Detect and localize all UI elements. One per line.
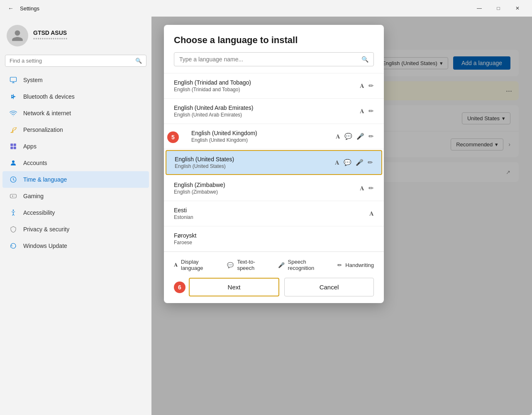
svg-rect-2 <box>14 143 16 146</box>
handwriting-legend-icon: ✏ <box>337 262 342 268</box>
main-content: & region Windows display language Englis… <box>151 17 532 415</box>
sidebar-item-network[interactable]: Network & internet <box>2 105 149 121</box>
sidebar-label-update: Windows Update <box>23 243 67 249</box>
maximize-button[interactable]: □ <box>489 2 508 15</box>
lang-icons: 𝐀 ✏ <box>360 184 374 192</box>
cancel-button[interactable]: Cancel <box>284 278 374 296</box>
lang-item-eesti[interactable]: Eesti Estonian 𝐀 <box>164 201 384 226</box>
svg-rect-0 <box>10 77 17 82</box>
lang-item-eng-ae[interactable]: English (United Arab Emirates) English (… <box>164 99 384 124</box>
dialog-footer: 𝐀 Display language 💬 Text-to-speech 🎤 Sp… <box>164 252 384 303</box>
lang-item-faroese[interactable]: Føroyskt Faroese <box>164 226 384 252</box>
network-icon <box>9 109 17 117</box>
display-legend-icon: 𝐀 <box>174 262 178 268</box>
lang-primary: Eesti <box>174 207 365 214</box>
lang-item-eng-us[interactable]: English (United States) English (United … <box>166 150 382 175</box>
sidebar-item-accounts[interactable]: Accounts <box>2 155 149 171</box>
handwriting-icon: ✏ <box>368 82 374 90</box>
lang-primary: English (Zimbabwe) <box>174 182 356 188</box>
lang-icons: 𝐀 ✏ <box>360 82 374 90</box>
lang-icons: 𝐀 ✏ <box>360 107 374 115</box>
close-button[interactable]: ✕ <box>508 2 527 15</box>
sidebar-label-bluetooth: Bluetooth & devices <box>23 93 75 100</box>
apps-icon <box>9 142 17 150</box>
window-controls: — □ ✕ <box>470 2 527 15</box>
lang-secondary: English (Trinidad and Tobago) <box>174 87 356 92</box>
update-icon <box>9 242 17 250</box>
lang-secondary: English (United Kingdom) <box>191 137 332 143</box>
sidebar-item-time[interactable]: Time & language <box>2 171 149 188</box>
sidebar-item-update[interactable]: Windows Update <box>2 238 149 254</box>
lang-secondary: English (United States) <box>175 163 331 169</box>
bluetooth-icon <box>9 92 17 101</box>
handwriting-icon: ✏ <box>368 133 374 140</box>
dialog-overlay: Choose a language to install 🔍 English (… <box>151 17 532 415</box>
svg-point-5 <box>12 160 15 163</box>
time-icon <box>9 175 17 184</box>
lang-item-eng-gb[interactable]: English (United Kingdom) English (United… <box>181 124 384 149</box>
sidebar-label-gaming: Gaming <box>23 193 44 199</box>
gaming-icon <box>9 192 17 200</box>
search-input[interactable] <box>10 58 132 64</box>
speech-icon: 💬 <box>344 159 351 166</box>
lang-primary: English (United States) <box>175 156 331 163</box>
handwriting-icon: ✏ <box>368 184 374 192</box>
sidebar-item-accessibility[interactable]: Accessibility <box>2 204 149 221</box>
back-button[interactable]: ← <box>5 2 17 14</box>
footer-legend: 𝐀 Display language 💬 Text-to-speech 🎤 Sp… <box>174 259 374 271</box>
tts-legend-icon: 💬 <box>227 262 234 268</box>
lang-secondary: English (Zimbabwe) <box>174 189 356 195</box>
sidebar-item-privacy[interactable]: Privacy & security <box>2 221 149 238</box>
lang-primary: English (United Arab Emirates) <box>174 104 356 111</box>
handwriting-legend-label: Handwriting <box>345 262 374 268</box>
dialog-header: Choose a language to install 🔍 <box>164 25 384 73</box>
lang-icons: 𝐀 <box>369 210 374 217</box>
tts-legend-label: Text-to-speech <box>237 259 264 271</box>
system-icon <box>9 76 17 84</box>
sidebar-item-gaming[interactable]: Gaming <box>2 188 149 204</box>
sidebar-item-system[interactable]: System <box>2 72 149 88</box>
lang-primary: English (Trinidad and Tobago) <box>174 79 356 86</box>
sidebar-item-personalization[interactable]: Personalization <box>2 121 149 138</box>
svg-rect-4 <box>14 147 16 149</box>
brush-icon <box>9 126 17 134</box>
sidebar-label-system: System <box>23 77 43 83</box>
mic-icon: 🎤 <box>356 133 364 140</box>
handwriting-icon: ✏ <box>368 159 373 166</box>
sidebar: GTSD ASUS •••••••••••••••• 🔍 System <box>0 17 151 415</box>
lang-secondary: Faroese <box>174 240 370 245</box>
display-lang-icon: 𝐀 <box>369 210 374 217</box>
dialog-search-icon: 🔍 <box>361 56 368 63</box>
lang-secondary: English (United Arab Emirates) <box>174 112 356 118</box>
display-legend-label: Display language <box>181 259 214 271</box>
user-profile: GTSD ASUS •••••••••••••••• <box>0 20 151 55</box>
sidebar-item-bluetooth[interactable]: Bluetooth & devices <box>2 88 149 105</box>
sidebar-item-apps[interactable]: Apps <box>2 138 149 155</box>
lang-icons: 𝐀 💬 🎤 ✏ <box>335 159 373 166</box>
dialog-search-input[interactable] <box>179 56 357 63</box>
minimize-button[interactable]: — <box>470 2 489 15</box>
search-box[interactable]: 🔍 <box>5 55 146 67</box>
user-email: •••••••••••••••• <box>33 36 68 42</box>
display-lang-icon: 𝐀 <box>360 107 364 115</box>
legend-speech: 🎤 Speech recognition <box>278 259 325 271</box>
speech-legend-icon: 🎤 <box>278 262 285 268</box>
search-icon: 🔍 <box>135 58 142 64</box>
svg-rect-3 <box>10 147 13 149</box>
titlebar: ← Settings — □ ✕ <box>0 0 532 17</box>
dialog-title: Choose a language to install <box>174 35 374 46</box>
app-window: ← Settings — □ ✕ GTSD ASUS •••••••••••••… <box>0 0 532 415</box>
privacy-icon <box>9 225 17 233</box>
lang-item-eng-tt[interactable]: English (Trinidad and Tobago) English (T… <box>164 73 384 99</box>
accessibility-icon <box>9 209 17 217</box>
accounts-icon <box>9 159 17 167</box>
speech-icon: 💬 <box>344 133 352 140</box>
display-lang-icon: 𝐀 <box>360 184 364 192</box>
choose-language-dialog: Choose a language to install 🔍 English (… <box>164 25 384 303</box>
lang-item-eng-zw[interactable]: English (Zimbabwe) English (Zimbabwe) 𝐀 … <box>164 176 384 201</box>
legend-display: 𝐀 Display language <box>174 259 214 271</box>
dialog-search-box[interactable]: 🔍 <box>174 52 374 66</box>
legend-tts: 💬 Text-to-speech <box>227 259 264 271</box>
display-lang-icon: 𝐀 <box>336 133 340 140</box>
next-button[interactable]: Next <box>189 278 279 296</box>
